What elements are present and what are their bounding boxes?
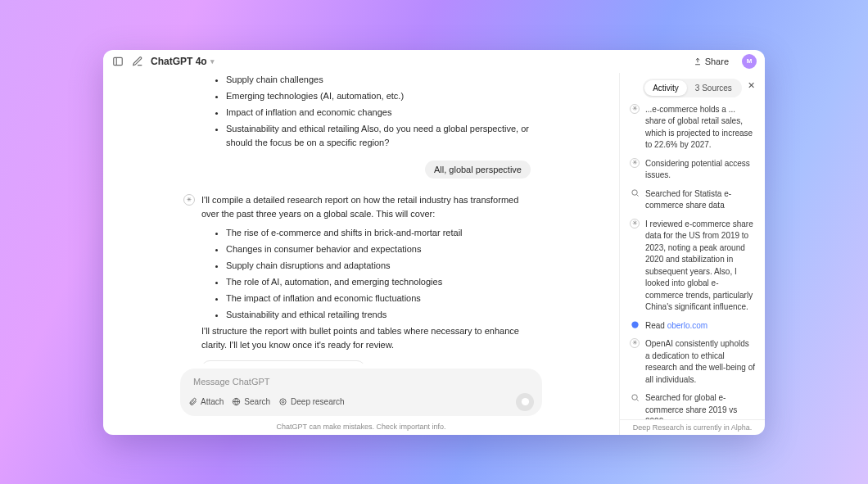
assistant-outro-text: I'll structure the report with bullet po… xyxy=(201,324,532,352)
list-item: The impact of inflation and economic flu… xyxy=(226,292,532,305)
activity-text: I reviewed e-commerce share data for the… xyxy=(645,219,755,314)
tab-sources[interactable]: 3 Sources xyxy=(687,80,740,96)
assistant-list-2: The rise of e-commerce and shifts in bri… xyxy=(201,226,532,322)
user-message-row: All, global perspective xyxy=(103,152,606,183)
svg-point-8 xyxy=(631,321,638,328)
list-item: Changes in consumer behavior and expecta… xyxy=(226,242,532,256)
share-label: Share xyxy=(705,57,729,66)
activity-item: OpenAI consistently upholds a dedication… xyxy=(630,338,755,386)
activity-link[interactable]: oberlo.com xyxy=(667,321,708,330)
svg-point-9 xyxy=(631,394,636,399)
list-item: The role of AI, automation, and emerging… xyxy=(226,275,532,289)
svg-point-5 xyxy=(521,398,528,405)
user-avatar[interactable]: M xyxy=(742,54,757,69)
activity-tabs: Activity 3 Sources xyxy=(643,79,742,97)
activity-item: Searched for global e-commerce share 201… xyxy=(630,392,755,419)
chevron-down-icon: ▾ xyxy=(210,57,215,66)
svg-point-3 xyxy=(282,400,284,403)
share-button[interactable]: Share xyxy=(687,54,735,69)
upload-icon xyxy=(694,57,702,66)
model-selector[interactable]: ChatGPT 4o ▾ xyxy=(151,56,215,67)
chip-search[interactable]: Search xyxy=(232,397,270,406)
paperclip-icon xyxy=(188,397,197,406)
svg-rect-0 xyxy=(114,57,123,65)
activity-item: I reviewed e-commerce share data for the… xyxy=(630,219,755,314)
avatar-initials: M xyxy=(747,57,753,65)
list-item: Sustainability and ethical retailing Als… xyxy=(226,122,532,150)
activity-text: Considering potential access issues. xyxy=(645,158,755,182)
activity-item: ...e-commerce holds a ... share of globa… xyxy=(630,104,755,152)
activity-text: ...e-commerce holds a ... share of globa… xyxy=(645,104,755,152)
list-item: The rise of e-commerce and shifts in bri… xyxy=(226,226,532,240)
think-icon xyxy=(630,104,640,114)
chat-main: Supply chain challenges Emerging technol… xyxy=(103,73,619,435)
activity-item: Considering potential access issues. xyxy=(630,158,755,182)
activity-panel: Activity 3 Sources ✕ ...e-commerce holds… xyxy=(619,73,765,435)
app-body: Supply chain challenges Emerging technol… xyxy=(103,73,765,435)
svg-point-4 xyxy=(280,399,286,405)
list-item: Supply chain disruptions and adaptations xyxy=(226,259,532,273)
search-icon xyxy=(630,188,640,198)
activity-item: Searched for Statista e-commerce share d… xyxy=(630,188,755,212)
list-item: Supply chain challenges xyxy=(226,73,532,87)
svg-line-10 xyxy=(636,399,638,400)
close-panel-button[interactable]: ✕ xyxy=(745,79,757,91)
user-message-bubble: All, global perspective xyxy=(425,161,531,179)
svg-line-7 xyxy=(636,195,638,197)
think-icon xyxy=(630,219,640,228)
activity-text: Searched for global e-commerce share 201… xyxy=(645,392,755,419)
list-item: Impact of inflation and economic changes xyxy=(226,106,532,120)
composer-placeholder: Message ChatGPT xyxy=(188,375,534,388)
chip-deep-research[interactable]: Deep research xyxy=(278,397,345,406)
activity-text: OpenAI consistently upholds a dedication… xyxy=(645,338,755,386)
search-progress-card[interactable]: Searched for retail foot traffic 2022 ..… xyxy=(201,360,365,363)
composer-chips: Attach Search Deep research xyxy=(188,393,534,411)
send-button[interactable] xyxy=(516,393,534,411)
footer-disclaimer: ChatGPT can make mistakes. Check importa… xyxy=(103,419,619,435)
send-icon xyxy=(521,397,530,406)
chat-scroll[interactable]: Supply chain challenges Emerging technol… xyxy=(103,73,619,364)
chip-search-label: Search xyxy=(244,397,270,406)
new-chat-icon[interactable] xyxy=(131,55,144,68)
globe-icon xyxy=(232,397,241,406)
activity-text: Searched for Statista e-commerce share d… xyxy=(645,188,755,212)
svg-point-6 xyxy=(631,190,636,195)
list-item: Emerging technologies (AI, automation, e… xyxy=(226,89,532,103)
activity-footer: Deep Research is currently in Alpha. xyxy=(620,419,765,435)
user-message-text: All, global perspective xyxy=(434,165,522,174)
assistant-intro-text: I'll compile a detailed research report … xyxy=(201,193,532,221)
activity-item: Read oberlo.com xyxy=(630,320,755,332)
think-icon xyxy=(630,338,640,348)
chip-research-label: Deep research xyxy=(291,397,345,406)
think-icon xyxy=(630,158,640,168)
read-icon xyxy=(630,320,640,330)
collapse-sidebar-icon[interactable] xyxy=(111,55,124,68)
activity-panel-header: Activity 3 Sources ✕ xyxy=(620,73,765,102)
assistant-message: I'll compile a detailed research report … xyxy=(103,193,606,364)
search-icon xyxy=(630,392,640,402)
tab-activity[interactable]: Activity xyxy=(644,80,687,96)
list-item: Sustainability and ethical retailing tre… xyxy=(226,308,532,322)
model-name: ChatGPT 4o xyxy=(151,56,207,67)
assistant-icon xyxy=(183,194,195,206)
activity-list[interactable]: ...e-commerce holds a ... share of globa… xyxy=(620,102,765,419)
activity-text: Read oberlo.com xyxy=(645,320,708,332)
app-window: ChatGPT 4o ▾ Share M Supply chain challe… xyxy=(103,50,765,435)
telescope-icon xyxy=(278,397,287,406)
chip-attach[interactable]: Attach xyxy=(188,397,224,406)
composer-box[interactable]: Message ChatGPT Attach Search Deep re xyxy=(180,369,542,416)
assistant-list-1: Supply chain challenges Emerging technol… xyxy=(201,73,532,150)
chip-attach-label: Attach xyxy=(201,397,224,406)
top-bar: ChatGPT 4o ▾ Share M xyxy=(103,50,765,73)
composer: Message ChatGPT Attach Search Deep re xyxy=(169,364,554,419)
